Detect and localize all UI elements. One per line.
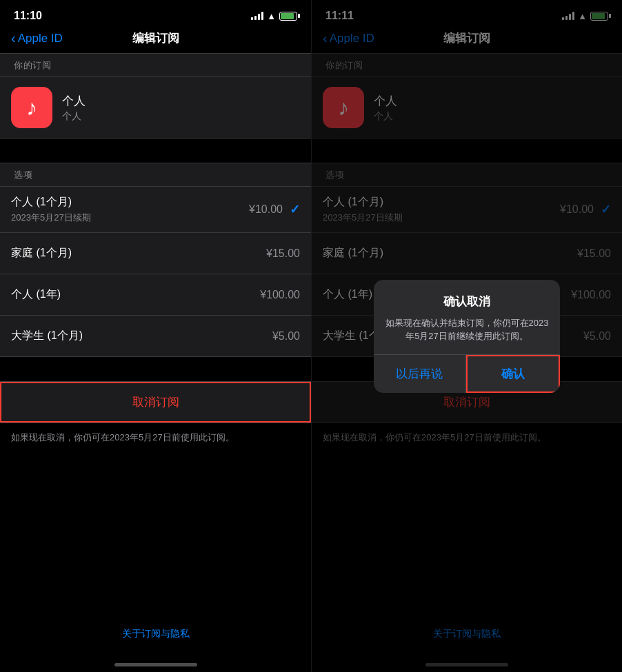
- option-left-2: 个人 (1年): [11, 287, 61, 302]
- option-row-left-0[interactable]: 个人 (1个月) 2023年5月27日续期 ¥10.00 ✓: [0, 187, 311, 233]
- privacy-link-left[interactable]: 关于订阅与隐私: [0, 621, 311, 647]
- option-left-0: 个人 (1个月) 2023年5月27日续期: [11, 195, 91, 224]
- option-right-3: ¥5.00: [272, 330, 300, 343]
- dialog-buttons: 以后再说 确认: [374, 354, 560, 393]
- gap-left-2: [0, 357, 311, 381]
- sub-name-left: 个人: [62, 93, 86, 109]
- checkmark-icon-0: ✓: [290, 202, 300, 217]
- option-price-1: ¥15.00: [266, 247, 300, 260]
- nav-bar-left: ‹ Apple ID 编辑订阅: [0, 28, 311, 53]
- status-bar-left: 11:10 ▲: [0, 0, 311, 28]
- right-panel: 11:11 ▲ ‹ Apple ID 编辑订阅 你的订阅 ♪: [311, 0, 622, 672]
- option-right-2: ¥100.00: [260, 289, 300, 301]
- option-name-3: 大学生 (1个月): [11, 329, 83, 343]
- options-header-left: 选项: [0, 163, 311, 187]
- music-note-left: ♪: [26, 95, 37, 121]
- signal-icon-left: [251, 12, 263, 20]
- option-right-0: ¥10.00 ✓: [249, 202, 300, 217]
- your-subscriptions-label-left: 你的订阅: [14, 59, 51, 72]
- option-row-left-3[interactable]: 大学生 (1个月) ¥5.00: [0, 316, 311, 357]
- dialog-body: 确认取消 如果现在确认并结束订阅，你仍可在2023年5月27日前继续使用此订阅。: [374, 280, 560, 354]
- dialog-overlay: 确认取消 如果现在确认并结束订阅，你仍可在2023年5月27日前继续使用此订阅。…: [312, 0, 622, 672]
- footer-note-left: 如果现在取消，你仍可在2023年5月27日前使用此订阅。: [0, 423, 311, 452]
- option-name-2: 个人 (1年): [11, 287, 61, 302]
- sub-type-left: 个人: [62, 110, 86, 123]
- confirm-button[interactable]: 确认: [466, 355, 561, 393]
- option-left-1: 家庭 (1个月): [11, 246, 72, 261]
- option-right-1: ¥15.00: [266, 247, 300, 260]
- option-date-0: 2023年5月27日续期: [11, 212, 91, 224]
- wifi-icon-left: ▲: [267, 11, 276, 21]
- back-label-left: Apple ID: [18, 32, 63, 45]
- cancel-subscription-button-left[interactable]: 取消订阅: [0, 382, 311, 422]
- later-button[interactable]: 以后再说: [374, 355, 466, 393]
- option-price-2: ¥100.00: [260, 289, 300, 301]
- sub-info-left: 个人 个人: [62, 93, 86, 123]
- your-subscriptions-header-left: 你的订阅: [0, 53, 311, 77]
- confirm-cancel-dialog: 确认取消 如果现在确认并结束订阅，你仍可在2023年5月27日前继续使用此订阅。…: [374, 280, 560, 393]
- apple-music-icon-left: ♪: [11, 87, 52, 128]
- option-name-1: 家庭 (1个月): [11, 246, 72, 261]
- back-button-left[interactable]: ‹ Apple ID: [11, 32, 63, 45]
- home-indicator-left: [114, 663, 197, 666]
- battery-icon-left: [279, 12, 297, 21]
- option-row-left-2[interactable]: 个人 (1年) ¥100.00: [0, 274, 311, 316]
- time-left: 11:10: [14, 10, 42, 22]
- gap-left-1: [0, 139, 311, 163]
- chevron-left-icon: ‹: [11, 31, 16, 45]
- dialog-message: 如果现在确认并结束订阅，你仍可在2023年5月27日前继续使用此订阅。: [385, 316, 549, 343]
- option-row-left-1[interactable]: 家庭 (1个月) ¥15.00: [0, 233, 311, 274]
- left-panel: 11:10 ▲ ‹ Apple ID 编辑订阅 你的订阅 ♪: [0, 0, 311, 672]
- cancel-btn-wrap-left: 取消订阅: [0, 381, 311, 423]
- dialog-title: 确认取消: [385, 294, 549, 309]
- option-name-0: 个人 (1个月): [11, 195, 91, 210]
- option-price-0: ¥10.00: [249, 203, 283, 216]
- option-price-3: ¥5.00: [272, 330, 300, 343]
- subscription-item-left: ♪ 个人 个人: [0, 77, 311, 139]
- status-icons-left: ▲: [251, 11, 297, 21]
- options-list-left: 个人 (1个月) 2023年5月27日续期 ¥10.00 ✓ 家庭 (1个月) …: [0, 187, 311, 357]
- option-left-3: 大学生 (1个月): [11, 329, 83, 343]
- options-label-left: 选项: [14, 169, 32, 181]
- nav-title-left: 编辑订阅: [132, 30, 179, 46]
